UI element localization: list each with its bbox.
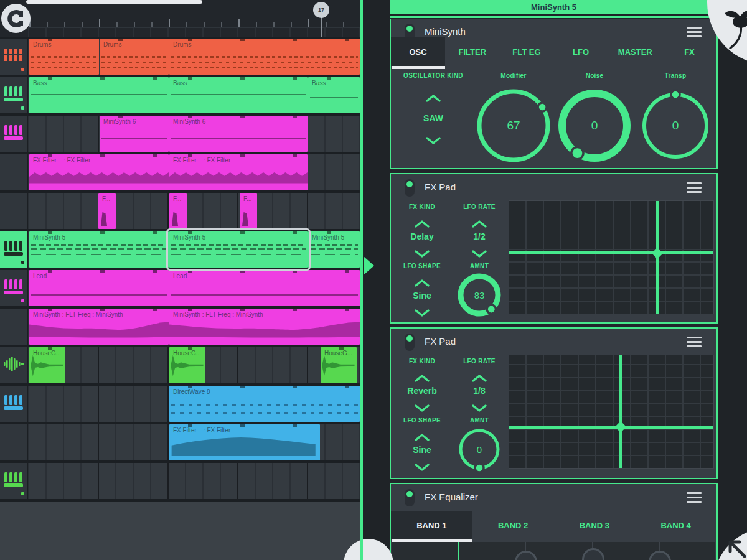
clip-drums[interactable]: Drums	[29, 39, 99, 75]
track-header-houseg[interactable]	[0, 347, 27, 383]
menu-icon[interactable]	[687, 337, 702, 348]
eq-mini-knob[interactable]	[649, 551, 671, 560]
amnt-knob[interactable]: 83	[452, 268, 507, 322]
tab-band-3[interactable]: BAND 3	[554, 511, 636, 539]
tab-filter[interactable]: FILTER	[445, 37, 499, 66]
tab-lfo[interactable]: LFO	[554, 37, 608, 66]
clip-minisynth-5[interactable]: MiniSynth 5	[308, 231, 360, 268]
chevron-down-icon[interactable]	[414, 402, 430, 413]
tab-band-1[interactable]: BAND 1	[391, 511, 472, 539]
track-lane-6[interactable]: MiniSynth 5 MiniSynth 5 MiniSynth 5	[28, 231, 360, 268]
chevron-down-icon[interactable]	[414, 248, 430, 259]
clip-f-[interactable]: F...	[240, 193, 257, 229]
track-lane-2[interactable]: BassBassBass	[28, 77, 360, 113]
xy-pad[interactable]	[509, 200, 714, 314]
track-header-lead[interactable]	[0, 270, 27, 306]
power-led[interactable]	[405, 179, 415, 197]
clip-minisynth-flt-freq-minisynth[interactable]: MiniSynth : FLT Freq : MiniSynth	[29, 309, 169, 345]
clip-houseg-[interactable]: HouseG...	[321, 347, 357, 383]
clip-fx-filter-fx-filter[interactable]: FX Filter : FX Filter	[169, 424, 320, 460]
xy-pad-handle[interactable]	[615, 421, 626, 432]
track-mute-dot[interactable]	[21, 261, 24, 264]
clip-houseg-[interactable]: HouseG...	[29, 347, 65, 383]
track-header-keys[interactable]	[0, 463, 27, 499]
track-lane-10[interactable]: DirectWave 8	[28, 386, 360, 422]
chevron-up-icon[interactable]	[471, 373, 487, 385]
playhead-handle[interactable]: 17	[313, 2, 329, 18]
track-lane-3[interactable]: MiniSynth 6MiniSynth 6	[28, 116, 360, 152]
track-lane-4[interactable]: FX Filter : FX Filter FX Filter : FX Fil…	[28, 154, 360, 190]
back-to-playlist-button[interactable]	[713, 528, 747, 560]
power-led[interactable]	[405, 334, 415, 351]
chevron-down-icon[interactable]	[425, 134, 441, 146]
clip-drums[interactable]: Drums	[100, 39, 169, 75]
menu-icon[interactable]	[687, 492, 702, 503]
track-header-directwave-8[interactable]	[0, 386, 27, 422]
clip-minisynth-5[interactable]: MiniSynth 5	[169, 231, 308, 268]
horizontal-scrollbar[interactable]	[26, 0, 202, 4]
track-lane-9[interactable]: HouseG... HouseG... HouseG...	[28, 347, 360, 383]
transp-knob[interactable]: 0	[636, 86, 715, 166]
track-header-fx-filter-2[interactable]	[0, 424, 27, 460]
eq-mini-knob[interactable]	[582, 548, 604, 560]
track-mute-dot[interactable]	[21, 492, 24, 495]
chevron-down-icon[interactable]	[471, 402, 487, 413]
track-header-minisynth-5[interactable]	[0, 231, 27, 268]
lfo-shape-value[interactable]: Sine	[413, 291, 431, 301]
equalizer-graph[interactable]	[392, 542, 715, 560]
power-led[interactable]	[405, 489, 415, 506]
clip-minisynth-flt-freq-minisynth[interactable]: MiniSynth : FLT Freq : MiniSynth	[169, 309, 360, 345]
track-header-f[interactable]	[0, 193, 27, 229]
track-mute-dot[interactable]	[21, 299, 24, 302]
track-header-drums[interactable]	[0, 39, 27, 75]
chevron-up-icon[interactable]	[425, 93, 441, 105]
chevron-down-icon[interactable]	[471, 248, 487, 259]
chevron-up-icon[interactable]	[414, 278, 430, 289]
chevron-up-icon[interactable]	[414, 373, 430, 385]
clip-fx-filter-fx-filter[interactable]: FX Filter : FX Filter	[169, 154, 308, 190]
track-mute-dot[interactable]	[21, 106, 24, 110]
panel-expand-arrow[interactable]	[364, 256, 374, 275]
clip-houseg-[interactable]: HouseG...	[169, 347, 205, 383]
track-lane-8[interactable]: MiniSynth : FLT Freq : MiniSynth MiniSyn…	[28, 309, 360, 345]
lfo-rate-value[interactable]: 1/8	[473, 386, 485, 396]
clip-f-[interactable]: F...	[98, 193, 116, 229]
tab-band-4[interactable]: BAND 4	[635, 511, 716, 539]
clip-lead[interactable]: Lead	[169, 270, 360, 306]
amnt-knob[interactable]: 0	[452, 422, 507, 477]
clip-minisynth-6[interactable]: MiniSynth 6	[100, 116, 169, 152]
oscillator-kind-value[interactable]: SAW	[423, 113, 443, 123]
menu-icon[interactable]	[687, 27, 702, 38]
fx-kind-value[interactable]: Delay	[410, 231, 433, 241]
clip-fx-filter-fx-filter[interactable]: FX Filter : FX Filter	[29, 154, 169, 190]
track-header-fx-filter[interactable]	[0, 154, 27, 190]
lfo-shape-value[interactable]: Sine	[413, 445, 431, 455]
fx-kind-value[interactable]: Reverb	[407, 386, 436, 396]
xy-pad-handle[interactable]	[652, 248, 663, 259]
track-lane-7[interactable]: LeadLead	[28, 270, 360, 306]
tab-fx[interactable]: FX	[662, 37, 716, 66]
clip-f-[interactable]: F...	[169, 193, 187, 229]
track-header-bass[interactable]	[0, 77, 27, 113]
chevron-down-icon[interactable]	[414, 461, 430, 472]
menu-icon[interactable]	[687, 182, 702, 194]
clip-bass[interactable]: Bass	[29, 77, 169, 113]
tab-master[interactable]: MASTER	[608, 37, 662, 66]
lfo-rate-value[interactable]: 1/2	[473, 231, 485, 241]
clip-minisynth-6[interactable]: MiniSynth 6	[169, 116, 308, 152]
track-header-minisynth-6[interactable]	[0, 116, 27, 152]
track-mute-dot[interactable]	[21, 68, 24, 71]
track-lane-5[interactable]: F...F...F...	[28, 193, 360, 229]
clip-lead[interactable]: Lead	[29, 270, 169, 306]
modifier-knob[interactable]: 67	[471, 83, 557, 169]
track-lane-12[interactable]	[28, 463, 360, 499]
xy-pad[interactable]	[509, 355, 714, 469]
clip-directwave-8[interactable]: DirectWave 8	[169, 386, 360, 422]
tab-band-2[interactable]: BAND 2	[472, 511, 554, 539]
tab-osc[interactable]: OSC	[391, 37, 445, 66]
noise-knob[interactable]: 0	[553, 85, 636, 167]
chevron-up-icon[interactable]	[414, 219, 430, 230]
chevron-down-icon[interactable]	[414, 307, 430, 318]
chevron-up-icon[interactable]	[414, 432, 430, 444]
clip-bass[interactable]: Bass	[308, 77, 360, 113]
